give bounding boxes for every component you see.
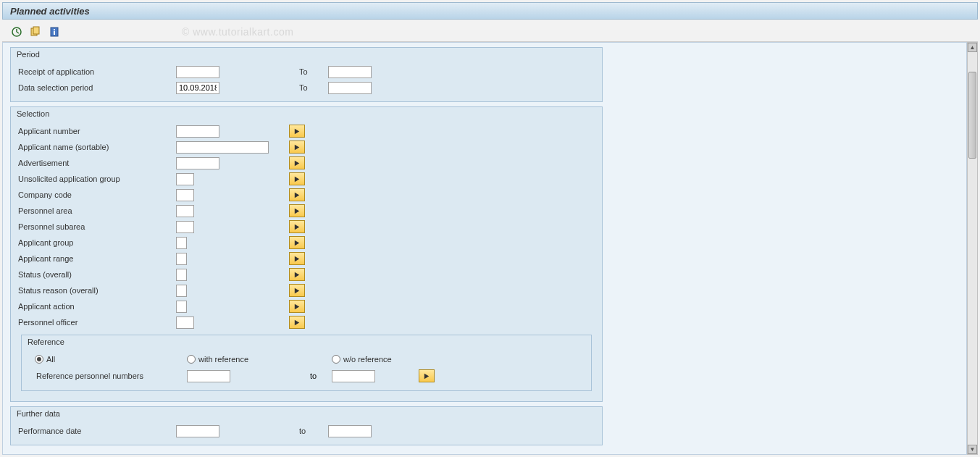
multi-select-icon[interactable]: [289, 236, 305, 249]
multi-select-icon[interactable]: [289, 125, 305, 138]
period-group: Period Receipt of application To Data se…: [10, 47, 603, 102]
selection-input[interactable]: [176, 125, 219, 138]
radio-all[interactable]: All: [35, 355, 187, 364]
selection-label: Personnel area: [17, 206, 176, 215]
selection-label: Applicant name (sortable): [17, 143, 176, 151]
watermark: © www.tutorialkart.com: [182, 26, 293, 38]
scroll-up-icon[interactable]: ▲: [968, 43, 977, 52]
selection-input[interactable]: [176, 221, 194, 233]
selection-input[interactable]: [176, 205, 194, 217]
selection-label: Applicant action: [17, 302, 176, 311]
page-title: Planned activities: [10, 6, 90, 17]
svg-rect-4: [33, 27, 39, 34]
datasel-to-input[interactable]: [328, 82, 372, 94]
selection-title: Selection: [11, 107, 602, 120]
multi-select-icon[interactable]: [289, 172, 305, 185]
selection-row: Personnel officer: [17, 314, 596, 330]
datasel-to-label: To: [299, 83, 308, 92]
radio-with[interactable]: with reference: [187, 355, 332, 364]
perf-to-label: to: [299, 427, 306, 435]
multi-select-icon[interactable]: [289, 156, 305, 169]
multi-select-icon[interactable]: [289, 284, 305, 297]
scroll-down-icon[interactable]: ▼: [968, 445, 977, 454]
period-title: Period: [11, 48, 602, 61]
selection-input[interactable]: [176, 285, 187, 297]
selection-input[interactable]: [176, 189, 194, 201]
selection-row: Applicant range: [17, 251, 596, 267]
content-area: Period Receipt of application To Data se…: [2, 42, 967, 455]
radio-wo[interactable]: w/o reference: [332, 355, 440, 364]
svg-rect-7: [54, 31, 55, 35]
selection-input[interactable]: [176, 157, 219, 169]
selection-row: Personnel area: [17, 203, 596, 219]
selection-label: Applicant range: [17, 254, 176, 263]
multi-select-icon[interactable]: [289, 252, 305, 265]
selection-row: Applicant name (sortable): [17, 139, 596, 155]
radio-wo-circle: [332, 355, 340, 364]
execute-icon[interactable]: [9, 25, 24, 39]
multi-select-icon[interactable]: [289, 316, 305, 329]
selection-label: Personnel officer: [17, 318, 176, 327]
multi-select-icon[interactable]: [289, 204, 305, 217]
selection-row: Applicant number: [17, 123, 596, 139]
ref-pers-label: Reference personnel numbers: [35, 372, 187, 380]
ref-pers-row: Reference personnel numbers to: [28, 367, 585, 385]
perf-row: Performance date to: [17, 423, 596, 439]
svg-rect-6: [54, 29, 55, 30]
selection-input[interactable]: [176, 301, 187, 313]
receipt-from-input[interactable]: [176, 66, 219, 78]
scroll-thumb[interactable]: [968, 72, 976, 159]
selection-row: Personnel subarea: [17, 219, 596, 235]
ref-pers-to-label: to: [310, 372, 317, 380]
datasel-row: Data selection period To: [17, 80, 596, 96]
selection-input[interactable]: [176, 316, 194, 329]
selection-row: Status (overall): [17, 267, 596, 282]
perf-label: Performance date: [17, 427, 176, 435]
selection-row: Status reason (overall): [17, 282, 596, 298]
receipt-row: Receipt of application To: [17, 64, 596, 80]
receipt-label: Receipt of application: [17, 67, 176, 76]
svg-line-2: [17, 32, 19, 33]
radio-all-circle: [35, 355, 43, 364]
ref-pers-multi-icon[interactable]: [419, 369, 435, 382]
info-icon[interactable]: [47, 25, 62, 39]
perf-from-input[interactable]: [176, 425, 219, 437]
selection-row: Applicant action: [17, 298, 596, 314]
selection-label: Advertisement: [17, 159, 176, 167]
selection-row: Advertisement: [17, 155, 596, 171]
selection-label: Applicant group: [17, 238, 176, 247]
ref-pers-from-input[interactable]: [187, 370, 230, 382]
radio-with-label: with reference: [198, 355, 248, 364]
reference-radio-row: All with reference w/o reference: [28, 351, 585, 367]
selection-input[interactable]: [176, 141, 269, 154]
selection-input[interactable]: [176, 237, 187, 249]
selection-label: Status (overall): [17, 270, 176, 279]
selection-label: Applicant number: [17, 127, 176, 135]
get-variant-icon[interactable]: [28, 25, 43, 39]
further-title: Further data: [11, 407, 602, 420]
selection-label: Unsolicited application group: [17, 175, 176, 183]
receipt-to-input[interactable]: [328, 66, 372, 78]
selection-label: Status reason (overall): [17, 286, 176, 295]
radio-with-circle: [187, 355, 196, 364]
multi-select-icon[interactable]: [289, 268, 305, 281]
datasel-label: Data selection period: [17, 83, 176, 92]
vertical-scrollbar[interactable]: ▲ ▼: [967, 42, 978, 455]
multi-select-icon[interactable]: [289, 220, 305, 233]
selection-label: Personnel subarea: [17, 222, 176, 231]
selection-label: Company code: [17, 190, 176, 199]
ref-pers-to-input[interactable]: [332, 370, 375, 382]
selection-input[interactable]: [176, 173, 194, 185]
datasel-from-input[interactable]: [176, 82, 219, 94]
selection-input[interactable]: [176, 253, 187, 265]
multi-select-icon[interactable]: [289, 188, 305, 201]
multi-select-icon[interactable]: [289, 141, 305, 154]
perf-to-input[interactable]: [328, 425, 372, 437]
reference-group: Reference All with reference: [21, 335, 592, 391]
selection-group: Selection Applicant numberApplicant name…: [10, 106, 603, 402]
selection-input[interactable]: [176, 269, 187, 281]
multi-select-icon[interactable]: [289, 300, 305, 313]
receipt-to-label: To: [299, 67, 308, 76]
toolbar: © www.tutorialkart.com: [2, 22, 978, 42]
radio-all-label: All: [46, 355, 55, 364]
